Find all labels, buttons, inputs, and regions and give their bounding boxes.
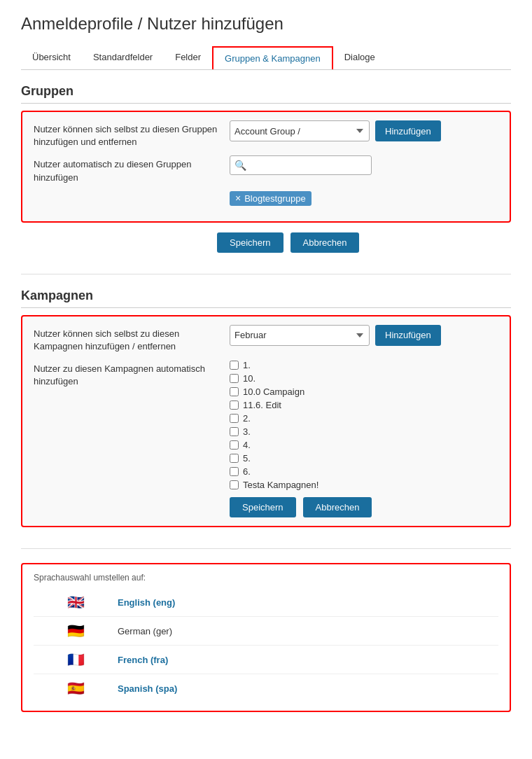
checkbox-item: Testa Kampagnen! (230, 480, 318, 490)
checkbox-label-cb6: 6. (243, 466, 251, 477)
checkbox-item: 1. (230, 360, 318, 370)
kampagnen-checkbox-list: 1.10.10.0 Campaign11.6. Edit2.3.4.5.6.Te… (230, 360, 318, 490)
checkbox-cbtest[interactable] (230, 480, 239, 489)
search-icon: 🔍 (234, 160, 246, 171)
tab-gruppen-kampagnen[interactable]: Gruppen & Kampagnen (212, 46, 333, 69)
gruppen-label1: Nutzer können sich selbst zu diesen Grup… (34, 120, 230, 148)
checkbox-cb1[interactable] (230, 361, 239, 370)
checkbox-cb5[interactable] (230, 454, 239, 463)
kampagnen-controls1: Februar Hinzufügen (230, 325, 498, 346)
gruppen-box: Nutzer können sich selbst zu diesen Grup… (21, 111, 511, 223)
tab-uebersicht[interactable]: Übersicht (21, 46, 82, 69)
checkbox-cb4[interactable] (230, 440, 239, 450)
flag-eng: 🇬🇧 (34, 594, 118, 611)
checkbox-label-cb10: 10. (243, 373, 255, 384)
kampagnen-select[interactable]: Februar (230, 325, 370, 346)
language-list: 🇬🇧English (eng)🇩🇪German (ger)🇫🇷French (f… (34, 588, 498, 702)
checkbox-label-cb5: 5. (243, 453, 251, 464)
kampagnen-hinzufuegen-btn[interactable]: Hinzufügen (375, 325, 441, 346)
gruppen-row2: Nutzer automatisch zu diesen Gruppen hin… (34, 155, 498, 183)
checkbox-item: 6. (230, 466, 318, 477)
tabs-bar: Übersicht Standardfelder Felder Gruppen … (21, 46, 511, 70)
gruppen-tag: × Blogtestgruppe (230, 191, 312, 206)
kampagnen-label1: Nutzer können sich selbst zu diesen Kamp… (34, 325, 230, 353)
flag-spa: 🇪🇸 (34, 680, 118, 697)
sprache-section: Sprachauswahl umstellen auf: 🇬🇧English (… (21, 563, 511, 712)
gruppen-controls2: 🔍 (230, 155, 498, 175)
gruppen-cancel-btn[interactable]: Abbrechen (290, 232, 360, 253)
kampagnen-box: Nutzer können sich selbst zu diesen Kamp… (21, 315, 511, 527)
lang-row-ger: 🇩🇪German (ger) (34, 617, 498, 646)
checkbox-label-cbtest: Testa Kampagnen! (243, 480, 318, 490)
gruppen-tag-area: × Blogtestgruppe (230, 191, 498, 206)
kampagnen-title: Kampagnen (21, 288, 511, 308)
kampagnen-checkbox-area: 1.10.10.0 Campaign11.6. Edit2.3.4.5.6.Te… (230, 360, 498, 490)
checkbox-cb116[interactable] (230, 401, 239, 410)
kampagnen-buttons: Speichern Abbrechen (230, 497, 498, 517)
divider1 (21, 274, 511, 274)
gruppen-title: Gruppen (21, 84, 511, 104)
gruppen-section: Gruppen Nutzer können sich selbst zu die… (21, 84, 511, 253)
kampagnen-row1: Nutzer können sich selbst zu diesen Kamp… (34, 325, 498, 353)
sprache-box: Sprachauswahl umstellen auf: 🇬🇧English (… (21, 563, 511, 712)
kampagnen-label2: Nutzer zu diesen Kampagnen automatisch h… (34, 360, 230, 388)
gruppen-label2: Nutzer automatisch zu diesen Gruppen hin… (34, 155, 230, 183)
checkbox-cb3[interactable] (230, 427, 239, 436)
kampagnen-cancel-btn[interactable]: Abbrechen (303, 497, 372, 517)
gruppen-select[interactable]: Account Group / (230, 120, 370, 141)
kampagnen-save-btn[interactable]: Speichern (230, 497, 296, 517)
gruppen-search-wrap: 🔍 (230, 155, 372, 175)
tag-label: Blogtestgruppe (244, 193, 305, 204)
gruppen-buttons: Speichern Abbrechen (217, 232, 511, 253)
checkbox-label-cb3: 3. (243, 426, 251, 437)
checkbox-label-cb4: 4. (243, 440, 251, 450)
tab-felder[interactable]: Felder (164, 46, 212, 69)
lang-row-eng: 🇬🇧English (eng) (34, 588, 498, 617)
gruppen-tag-row: × Blogtestgruppe (34, 191, 498, 206)
lang-name-ger[interactable]: German (ger) (118, 626, 498, 636)
checkbox-label-cb116: 11.6. Edit (243, 400, 281, 410)
checkbox-cb2[interactable] (230, 414, 239, 423)
page-title: Anmeldeprofile / Nutzer hinzufügen (21, 14, 511, 34)
checkbox-item: 10.0 Campaign (230, 387, 318, 397)
checkbox-label-cb100: 10.0 Campaign (243, 387, 304, 397)
divider2 (21, 548, 511, 549)
tab-standardfelder[interactable]: Standardfelder (82, 46, 164, 69)
lang-row-fra: 🇫🇷French (fra) (34, 646, 498, 674)
kampagnen-section: Kampagnen Nutzer können sich selbst zu d… (21, 288, 511, 527)
checkbox-cb100[interactable] (230, 387, 239, 396)
flag-ger: 🇩🇪 (34, 622, 118, 639)
gruppen-hinzufuegen-btn[interactable]: Hinzufügen (375, 120, 441, 141)
checkbox-item: 2. (230, 413, 318, 424)
gruppen-controls1: Account Group / Hinzufügen (230, 120, 498, 141)
sprache-label: Sprachauswahl umstellen auf: (34, 573, 498, 583)
gruppen-row1: Nutzer können sich selbst zu diesen Grup… (34, 120, 498, 148)
checkbox-item: 10. (230, 373, 318, 384)
tab-dialoge[interactable]: Dialoge (333, 46, 386, 69)
gruppen-save-btn[interactable]: Speichern (217, 232, 284, 253)
checkbox-cb10[interactable] (230, 374, 239, 383)
checkbox-label-cb2: 2. (243, 413, 251, 424)
lang-name-fra[interactable]: French (fra) (118, 655, 498, 665)
checkbox-item: 11.6. Edit (230, 400, 318, 410)
tag-close-icon[interactable]: × (235, 193, 241, 203)
gruppen-search-input[interactable] (249, 160, 367, 171)
checkbox-item: 3. (230, 426, 318, 437)
lang-row-spa: 🇪🇸Spanish (spa) (34, 674, 498, 702)
flag-fra: 🇫🇷 (34, 651, 118, 668)
kampagnen-row2: Nutzer zu diesen Kampagnen automatisch h… (34, 360, 498, 490)
checkbox-item: 4. (230, 440, 318, 450)
checkbox-cb6[interactable] (230, 467, 239, 476)
lang-name-spa[interactable]: Spanish (spa) (118, 683, 498, 694)
lang-name-eng[interactable]: English (eng) (118, 597, 498, 608)
checkbox-item: 5. (230, 453, 318, 464)
checkbox-label-cb1: 1. (243, 360, 251, 370)
